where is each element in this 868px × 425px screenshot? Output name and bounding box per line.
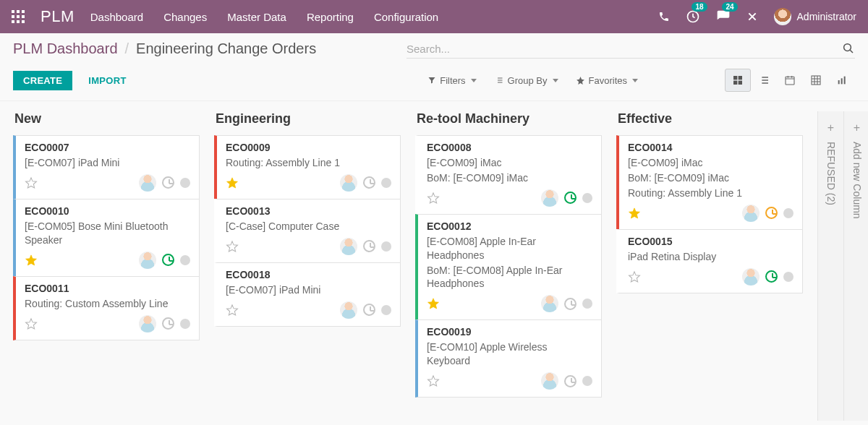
menu-configuration[interactable]: Configuration — [374, 11, 438, 23]
card-code: ECO0013 — [226, 205, 391, 217]
state-dot-icon[interactable] — [180, 319, 190, 329]
favorites-dropdown[interactable]: Favorites — [576, 75, 638, 86]
menu-master-data[interactable]: Master Data — [227, 11, 286, 23]
star-toggle[interactable] — [628, 207, 641, 220]
state-dot-icon[interactable] — [381, 241, 391, 252]
import-button[interactable]: IMPORT — [88, 75, 126, 86]
state-dot-icon[interactable] — [180, 178, 190, 188]
create-button[interactable]: CREATE — [13, 71, 72, 90]
filters-dropdown[interactable]: Filters — [427, 75, 476, 86]
view-graph-button[interactable] — [829, 69, 855, 92]
menu-changes[interactable]: Changes — [163, 11, 207, 23]
kanban-card[interactable]: ECO0009 Routing: Assembly Line 1 — [214, 135, 401, 199]
kanban-card[interactable]: ECO0013 [C-Case] Computer Case — [214, 199, 401, 263]
star-toggle[interactable] — [25, 176, 38, 189]
assignee-avatar-icon[interactable] — [541, 372, 558, 390]
kanban-card[interactable]: ECO0010 [E-COM05] Bose Mini Bluetooth Sp… — [13, 199, 200, 277]
column-title: Engineering — [214, 111, 401, 126]
star-toggle[interactable] — [427, 374, 440, 387]
view-kanban-button[interactable] — [725, 69, 751, 92]
filters-label: Filters — [440, 75, 465, 86]
state-dot-icon[interactable] — [783, 272, 793, 282]
state-dot-icon[interactable] — [180, 255, 190, 265]
kanban-card[interactable]: ECO0015 iPad Retina Display — [616, 229, 803, 293]
close-icon[interactable] — [746, 11, 758, 22]
activity-clock-icon[interactable] — [162, 317, 174, 330]
star-toggle[interactable] — [226, 176, 239, 189]
svg-rect-8 — [838, 80, 840, 84]
assignee-avatar-icon[interactable] — [541, 295, 558, 312]
assignee-avatar-icon[interactable] — [139, 252, 156, 269]
menu-reporting[interactable]: Reporting — [307, 11, 354, 23]
main-menu: Dashboard Changes Master Data Reporting … — [90, 11, 438, 23]
star-toggle[interactable] — [427, 297, 440, 310]
assignee-avatar-icon[interactable] — [139, 315, 156, 332]
add-new-column[interactable]: + Add new Column — [843, 111, 868, 421]
assignee-avatar-icon[interactable] — [742, 205, 760, 222]
activity-clock-icon[interactable] — [765, 207, 778, 219]
kanban-card[interactable]: ECO0007 [E-COM07] iPad Mini — [13, 135, 200, 199]
activity-clock-icon[interactable] — [564, 298, 576, 310]
card-code: ECO0007 — [25, 142, 190, 153]
activity-clock-icon[interactable] — [564, 375, 576, 387]
card-line: [E-COM08] Apple In-Ear Headphones — [427, 235, 592, 262]
activity-clock-icon[interactable] — [363, 176, 375, 189]
kanban-card[interactable]: ECO0014 [E-COM09] iMacBoM: [E-COM09] iMa… — [616, 135, 803, 230]
state-dot-icon[interactable] — [582, 299, 592, 309]
state-dot-icon[interactable] — [783, 208, 793, 218]
search-icon[interactable] — [842, 42, 855, 55]
star-toggle[interactable] — [628, 270, 641, 283]
user-menu[interactable]: Administrator — [774, 8, 856, 25]
state-dot-icon[interactable] — [582, 193, 592, 203]
kanban-card[interactable]: ECO0011 Routing: Custom Assembly Line — [13, 276, 200, 340]
activity-clock-icon[interactable] — [564, 192, 576, 204]
activity-clock-icon[interactable] — [162, 176, 174, 189]
menu-dashboard[interactable]: Dashboard — [90, 11, 143, 23]
kanban-column: Engineering ECO0009 Routing: Assembly Li… — [214, 111, 401, 327]
svg-rect-7 — [812, 76, 820, 85]
kanban-card[interactable]: ECO0008 [E-COM09] iMacBoM: [E-COM09] iMa… — [415, 135, 602, 215]
star-toggle[interactable] — [427, 192, 440, 205]
activities-icon[interactable]: 18 — [686, 9, 700, 24]
refused-column-collapsed[interactable]: + REFUSED (2) — [817, 111, 843, 421]
star-toggle[interactable] — [25, 254, 38, 267]
breadcrumb-separator: / — [125, 40, 129, 57]
view-list-button[interactable] — [751, 69, 777, 92]
breadcrumb-root[interactable]: PLM Dashboard — [13, 40, 118, 57]
column-title: New — [13, 111, 200, 126]
state-dot-icon[interactable] — [381, 305, 391, 315]
assignee-avatar-icon[interactable] — [742, 268, 760, 286]
assignee-avatar-icon[interactable] — [541, 189, 558, 207]
column-title: Re-tool Machinery — [415, 111, 602, 126]
activities-badge: 18 — [692, 2, 707, 12]
apps-launcher-icon[interactable] — [12, 10, 25, 23]
activity-clock-icon[interactable] — [363, 240, 375, 252]
card-line: Routing: Assembly Line 1 — [226, 156, 391, 170]
card-line: [E-COM07] iPad Mini — [226, 283, 391, 297]
assignee-avatar-icon[interactable] — [340, 174, 357, 192]
groupby-dropdown[interactable]: Group By — [494, 75, 558, 86]
card-code: ECO0019 — [427, 326, 592, 338]
assignee-avatar-icon[interactable] — [139, 174, 156, 192]
messages-icon[interactable]: 24 — [716, 9, 731, 24]
activity-clock-icon[interactable] — [162, 254, 174, 266]
assignee-avatar-icon[interactable] — [340, 238, 357, 255]
kanban-card[interactable]: ECO0018 [E-COM07] iPad Mini — [214, 262, 401, 327]
search-input[interactable] — [407, 43, 842, 55]
star-toggle[interactable] — [226, 240, 239, 253]
activity-clock-icon[interactable] — [765, 270, 778, 283]
state-dot-icon[interactable] — [381, 178, 391, 188]
phone-icon[interactable] — [658, 11, 670, 22]
kanban-board: New ECO0007 [E-COM07] iPad Mini ECO0010 … — [0, 101, 868, 421]
state-dot-icon[interactable] — [582, 376, 592, 386]
star-toggle[interactable] — [226, 304, 239, 317]
kanban-card[interactable]: ECO0012 [E-COM08] Apple In-Ear Headphone… — [415, 214, 602, 321]
view-calendar-button[interactable] — [777, 69, 803, 92]
star-toggle[interactable] — [25, 317, 38, 330]
plus-icon: + — [827, 121, 834, 134]
kanban-card[interactable]: ECO0019 [E-COM10] Apple Wireless Keyboar… — [415, 319, 602, 398]
assignee-avatar-icon[interactable] — [340, 301, 357, 319]
card-code: ECO0015 — [628, 236, 793, 247]
activity-clock-icon[interactable] — [363, 304, 375, 316]
view-pivot-button[interactable] — [803, 69, 829, 92]
